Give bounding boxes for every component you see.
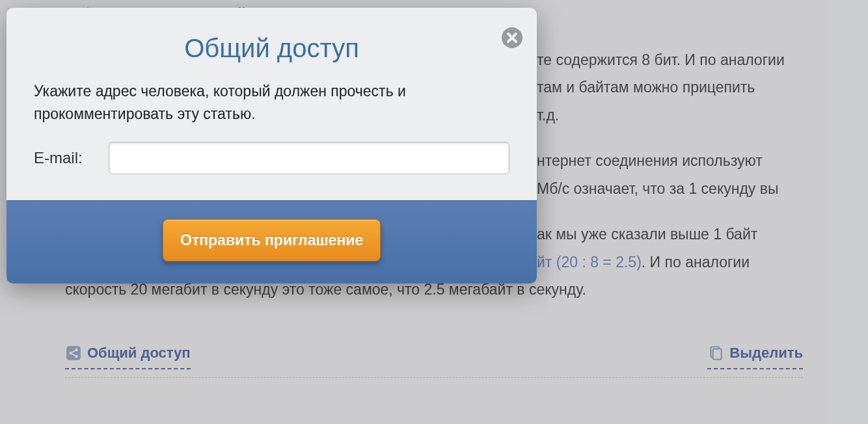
close-icon xyxy=(500,26,524,49)
email-field-row: E-mail: xyxy=(34,142,509,174)
dialog-body: Укажите адрес человека, который должен п… xyxy=(7,73,537,200)
email-label: E-mail: xyxy=(34,149,96,167)
close-button[interactable] xyxy=(500,26,524,49)
dialog-description: Укажите адрес человека, который должен п… xyxy=(34,80,509,125)
submit-button[interactable]: Отправить приглашение xyxy=(163,219,381,261)
share-dialog: Общий доступ Укажите адрес человека, кот… xyxy=(7,8,537,284)
email-input[interactable] xyxy=(109,142,509,174)
dialog-title: Общий доступ xyxy=(7,8,537,73)
dialog-footer: Отправить приглашение xyxy=(7,200,537,284)
